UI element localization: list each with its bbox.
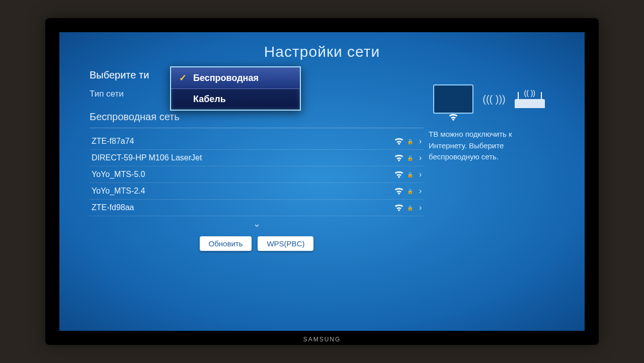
chevron-right-icon: › [419,137,422,146]
wifi-icon [394,204,404,212]
tv-brand-label: SAMSUNG [303,336,341,343]
network-name: YoYo_MTS-5.0 [92,170,394,179]
left-column: Выберите ти Тип сети ✓ Беспроводная Кабе… [90,69,424,251]
network-name: DIRECT-59-HP M106 LaserJet [92,153,394,162]
option-label: Беспроводная [193,73,259,83]
chevron-right-icon: › [419,187,422,196]
router-waves-icon: (( )) [524,89,535,97]
network-name: ZTE-f87a74 [92,137,394,146]
network-list: ZTE-f87a74 🔒 › DIRECT-59-HP M106 LaserJe… [90,133,424,216]
chevron-right-icon: › [419,153,422,162]
network-item[interactable]: YoYo_MTS-5.0 🔒 › [90,166,424,183]
lock-icon: 🔒 [407,139,413,144]
divider [90,128,424,128]
screen: Настройки сети Выберите ти Тип сети ✓ Бе… [59,32,585,331]
scroll-down-indicator[interactable]: ⌄ [90,216,424,231]
bottom-buttons: Обновить WPS(PBC) [90,236,424,251]
network-name: YoYo_MTS-2.4 [92,187,394,196]
wifi-icon [394,170,404,178]
network-name: ZTE-fd98aa [92,203,394,212]
lock-icon: 🔒 [407,172,413,177]
network-type-dropdown[interactable]: ✓ Беспроводная Кабель [170,66,301,111]
lock-icon: 🔒 [407,155,413,161]
chevron-right-icon: › [419,170,422,179]
tv-diagram-icon [433,84,473,114]
tv-frame: Настройки сети Выберите ти Тип сети ✓ Бе… [45,18,599,345]
wifi-icon [394,187,404,195]
option-label: Кабель [193,94,226,105]
page-title: Настройки сети [59,32,585,60]
content-area: Выберите ти Тип сети ✓ Беспроводная Кабе… [59,60,585,251]
check-icon: ✓ [179,72,188,83]
wps-button[interactable]: WPS(PBC) [258,236,313,251]
wifi-icon [394,154,404,162]
wireless-section-header: Беспроводная сеть [90,111,424,123]
help-text: ТВ можно подключить к Интернету. Выберит… [424,129,554,163]
network-item[interactable]: ZTE-fd98aa 🔒 › [90,200,424,216]
network-item[interactable]: ZTE-f87a74 🔒 › [90,133,424,150]
lock-icon: 🔒 [407,205,413,211]
lock-icon: 🔒 [407,189,413,194]
dropdown-option-cable[interactable]: Кабель [171,89,300,110]
refresh-button[interactable]: Обновить [200,236,252,251]
network-item[interactable]: DIRECT-59-HP M106 LaserJet 🔒 › [90,150,424,166]
wifi-signal-icon [448,113,458,124]
wireless-waves-icon: ((( ))) [482,94,506,105]
wifi-icon [394,137,404,145]
network-item[interactable]: YoYo_MTS-2.4 🔒 › [90,183,424,200]
connection-diagram: ((( ))) (( )) [424,84,554,114]
dropdown-option-wireless[interactable]: ✓ Беспроводная [171,67,300,89]
chevron-right-icon: › [419,203,422,212]
right-column: ((( ))) (( )) ТВ можно подключить к Инте… [424,69,554,251]
router-diagram-icon: (( )) [515,90,545,108]
